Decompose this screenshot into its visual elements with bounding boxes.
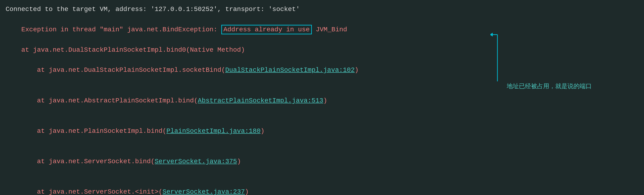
console-line-2: Exception in thread "main" java.net.Bind…	[6, 14, 638, 45]
svg-marker-2	[490, 33, 493, 37]
exception-suffix: JVM_Bind	[312, 26, 347, 33]
annotation-text: 地址已经被占用，就是说的端口	[507, 81, 592, 91]
stack-line-3-text: at java.net.AbstractPlainSocketImpl.bind…	[21, 97, 198, 104]
stack-line-6-text: at java.net.ServerSocket.<init>(	[21, 188, 162, 195]
stack-line-6-close: )	[245, 188, 249, 195]
annotation-arrow	[490, 30, 518, 84]
console-output: Connected to the target VM, address: '12…	[6, 4, 638, 195]
stack-line-2: at java.net.DualStackPlainSocketImpl.soc…	[6, 55, 638, 85]
address-in-use-highlight: Address already in use	[221, 25, 312, 34]
stack-line-1: at java.net.DualStackPlainSocketImpl.bin…	[6, 45, 638, 55]
exception-prefix: Exception in thread "main" java.net.Bind…	[21, 26, 221, 33]
stack-line-5-text: at java.net.ServerSocket.bind(	[21, 158, 154, 165]
stack-link-5[interactable]: ServerSocket.java:375	[155, 158, 237, 165]
stack-line-2-close: )	[354, 66, 358, 74]
stack-link-3[interactable]: AbstractPlainSocketImpl.java:513	[198, 97, 323, 104]
stack-link-4[interactable]: PlainSocketImpl.java:180	[166, 127, 260, 135]
stack-line-3-close: )	[323, 97, 327, 104]
annotation-container: 地址已经被占用，就是说的端口	[493, 81, 592, 91]
stack-line-4-close: )	[260, 127, 264, 135]
stack-link-2[interactable]: DualStackPlainSocketImpl.java:102	[225, 66, 355, 74]
stack-link-6[interactable]: ServerSocket.java:237	[162, 188, 245, 195]
stack-line-2-text: at java.net.DualStackPlainSocketImpl.soc…	[21, 66, 225, 74]
stack-line-5: at java.net.ServerSocket.bind(ServerSock…	[6, 146, 638, 176]
stack-line-5-close: )	[237, 158, 241, 165]
stack-line-4-text: at java.net.PlainSocketImpl.bind(	[21, 127, 166, 135]
console-line-1: Connected to the target VM, address: '12…	[6, 4, 638, 14]
stack-line-6: at java.net.ServerSocket.<init>(ServerSo…	[6, 177, 638, 195]
stack-line-4: at java.net.PlainSocketImpl.bind(PlainSo…	[6, 116, 638, 146]
